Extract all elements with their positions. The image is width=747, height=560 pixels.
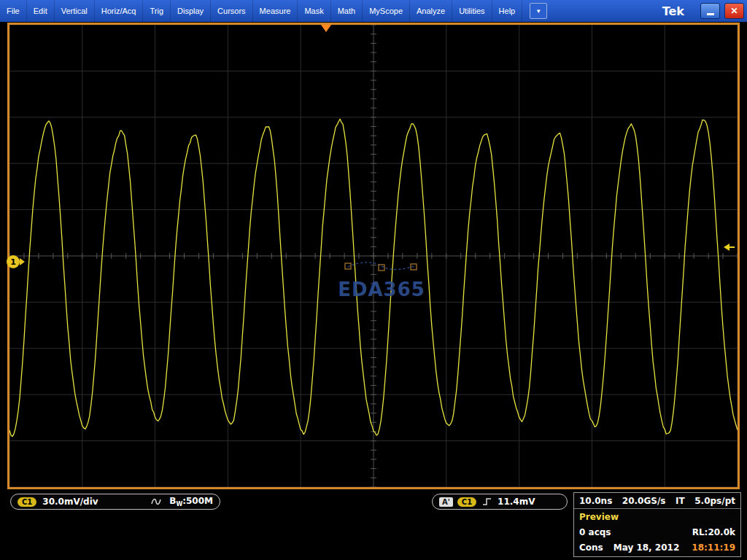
trigger-level-arrow-shaft	[729, 246, 735, 248]
channel1-badge: C1	[18, 497, 36, 507]
menu-vertical[interactable]: Vertical	[55, 0, 95, 22]
trigger-position-marker[interactable]	[321, 25, 331, 32]
tek-logo: Tek	[662, 4, 684, 18]
menu-utilities[interactable]: Utilities	[452, 0, 492, 22]
readout-bar: C1 30.0mV/div BW:500M A' C1 11.4mV 10.0n…	[0, 492, 747, 560]
horizontal-readout-row: 10.0ns 20.0GS/s IT 5.0ps/pt	[574, 493, 740, 509]
preview-row: Preview	[574, 509, 740, 524]
channel1-scale: 30.0mV/div	[42, 497, 98, 507]
menu-myscope[interactable]: MyScope	[363, 0, 410, 22]
resolution-value: 5.0ps/pt	[694, 496, 735, 506]
close-icon: ✕	[730, 6, 738, 16]
cons-label: Cons	[579, 542, 603, 553]
menu-edit[interactable]: Edit	[27, 0, 55, 22]
menu-more-button[interactable]: ▼	[530, 3, 547, 19]
oscilloscope-app: File Edit Vertical Horiz/Acq Trig Displa…	[0, 0, 747, 560]
sampling-mode: IT	[676, 496, 685, 506]
timebase-value: 10.0ns	[579, 496, 612, 506]
time-value: 18:11:19	[692, 542, 735, 553]
channel1-readout[interactable]: C1 30.0mV/div BW:500M	[10, 494, 220, 510]
chevron-down-icon: ▼	[535, 8, 541, 15]
menu-cursors[interactable]: Cursors	[211, 0, 253, 22]
menu-mask[interactable]: Mask	[298, 0, 330, 22]
menu-analyze[interactable]: Analyze	[410, 0, 452, 22]
trigger-readout[interactable]: A' C1 11.4mV	[432, 494, 568, 510]
menu-math[interactable]: Math	[331, 0, 363, 22]
channel1-position-marker[interactable]: 1	[7, 255, 25, 268]
menu-display[interactable]: Display	[171, 0, 211, 22]
date-value: May 18, 2012	[614, 542, 680, 553]
scope-display: 1 EDA365	[7, 23, 740, 489]
graticule-and-waveform	[9, 25, 738, 487]
acquisition-panel[interactable]: 10.0ns 20.0GS/s IT 5.0ps/pt Preview 0 ac…	[573, 492, 741, 557]
menu-file[interactable]: File	[0, 0, 27, 22]
channel1-bandwidth: BW:500M	[169, 496, 213, 508]
preview-status: Preview	[579, 512, 619, 522]
acq-count: 0 acqs	[579, 527, 611, 537]
datetime-row: Cons May 18, 2012 18:11:19	[574, 540, 740, 555]
menu-horiz-acq[interactable]: Horiz/Acq	[95, 0, 144, 22]
close-button[interactable]: ✕	[724, 3, 744, 19]
rising-edge-icon	[482, 497, 492, 507]
trigger-a-badge: A'	[439, 497, 453, 507]
sample-rate-value: 20.0GS/s	[622, 496, 666, 506]
acq-count-row: 0 acqs RL:20.0k	[574, 524, 740, 540]
trigger-level-value: 11.4mV	[498, 497, 535, 507]
menu-bar: File Edit Vertical Horiz/Acq Trig Displa…	[0, 0, 747, 22]
channel1-marker-arrow-icon	[20, 258, 25, 265]
menu-help[interactable]: Help	[492, 0, 523, 22]
trigger-level-arrow[interactable]	[724, 244, 735, 251]
menu-measure[interactable]: Measure	[253, 0, 298, 22]
channel1-marker-label: 1	[7, 255, 20, 268]
trigger-source-badge: C1	[457, 497, 476, 507]
coupling-icon	[150, 497, 162, 507]
minimize-icon	[707, 13, 714, 15]
minimize-button[interactable]	[700, 3, 720, 19]
trigger-level-arrow-icon	[724, 244, 729, 251]
menu-trig[interactable]: Trig	[143, 0, 171, 22]
record-length: RL:20.0k	[692, 527, 735, 537]
